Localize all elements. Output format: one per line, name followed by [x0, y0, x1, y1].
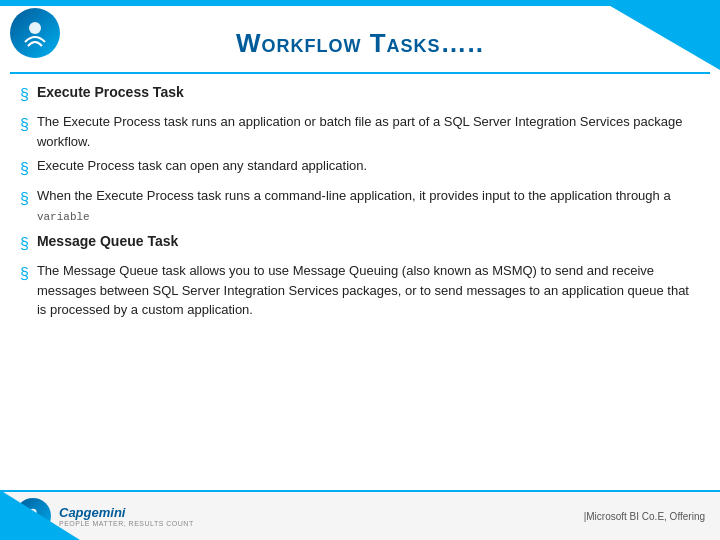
- main-content: § Execute Process Task § The Execute Pro…: [20, 82, 700, 485]
- list-item: § Message Queue Task: [20, 231, 700, 256]
- list-item: § Execute Process Task: [20, 82, 700, 107]
- list-item: § The Message Queue task allows you to u…: [20, 261, 700, 320]
- bullet-icon: §: [20, 232, 29, 256]
- footer-right-text: |Microsoft BI Co.E, Offering: [584, 511, 705, 522]
- list-item: § The Execute Process task runs an appli…: [20, 112, 700, 151]
- bullet-icon: §: [20, 113, 29, 137]
- bullet-text: The Execute Process task runs an applica…: [37, 112, 700, 151]
- footer: Capgemini PEOPLE MATTER, RESULTS COUNT |…: [0, 490, 720, 540]
- list-item: § When the Execute Process task runs a c…: [20, 186, 700, 225]
- bullet-text: The Message Queue task allows you to use…: [37, 261, 700, 320]
- bullet-icon: §: [20, 157, 29, 181]
- inline-variable: variable: [37, 211, 90, 223]
- slide-title: Workflow Tasks…..: [0, 28, 720, 59]
- bullet-text: Message Queue Task: [37, 231, 700, 252]
- bottom-left-accent: [0, 490, 80, 540]
- list-item: § Execute Process task can open any stan…: [20, 156, 700, 181]
- bullet-text: Execute Process Task: [37, 82, 700, 103]
- bullet-icon: §: [20, 187, 29, 211]
- bullet-icon: §: [20, 262, 29, 286]
- bullet-text: Execute Process task can open any standa…: [37, 156, 700, 176]
- title-line: [10, 72, 710, 74]
- bullet-text: When the Execute Process task runs a com…: [37, 186, 700, 225]
- bullet-icon: §: [20, 83, 29, 107]
